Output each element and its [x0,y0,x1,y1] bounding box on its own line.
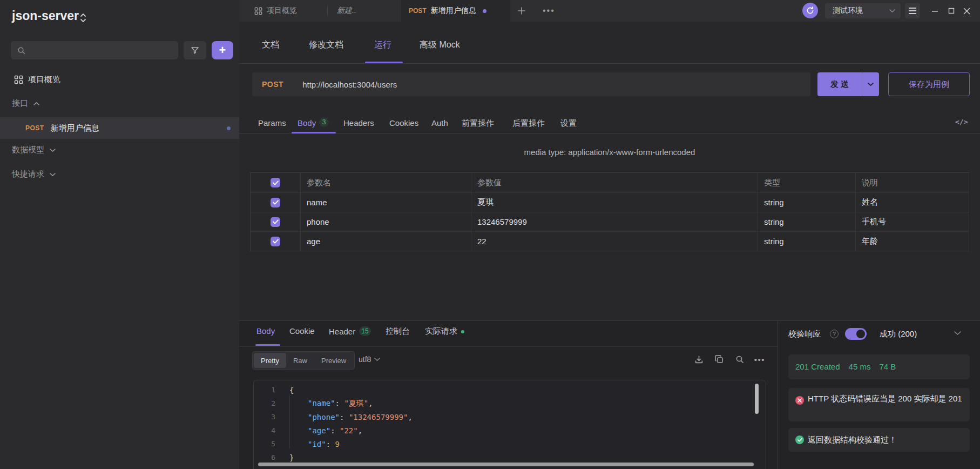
send-options-button[interactable] [862,72,879,96]
validation-toggle[interactable] [845,328,867,340]
chevron-down-icon[interactable] [954,331,961,336]
tab-response-body[interactable]: Body [256,326,275,336]
divider [239,63,980,64]
sidebar-item-overview[interactable]: 项目概览 [14,75,60,85]
project-title[interactable]: json-server [12,9,79,23]
tab-project-overview[interactable]: 项目概览 [254,0,297,22]
tab-active-api[interactable]: POST 新增用户信息 [401,0,510,22]
param-type[interactable]: string [758,232,855,251]
success-message: 返回数据结构校验通过！ [808,433,897,446]
tab-headers[interactable]: Headers [343,118,374,128]
param-desc[interactable]: 年龄 [855,232,970,251]
tab-run[interactable]: 运行 [374,39,391,51]
divider [239,133,980,134]
mode-preview[interactable]: Preview [314,353,353,368]
line-number: 4 [254,426,275,434]
param-value[interactable]: 13246579999 [471,212,758,231]
more-tabs-icon[interactable]: ••• [543,0,555,22]
tab-cookies[interactable]: Cookies [389,118,418,128]
param-type[interactable]: string [758,193,855,212]
response-body-viewer[interactable]: 1 { 2 "name": "夏琪", 3 "phone": "13246579… [253,380,766,469]
col-header-type: 类型 [758,173,855,192]
project-switcher-icon[interactable] [79,13,87,23]
tab-settings[interactable]: 设置 [560,118,577,129]
more-actions-icon[interactable]: ••• [754,353,766,365]
validation-title: 校验响应 [788,329,821,339]
method-badge: POST [25,124,44,132]
body-count-badge: 3 [319,117,329,127]
menu-button[interactable] [905,3,920,18]
add-button[interactable]: + [212,41,233,59]
request-url-bar[interactable]: POST http://localhost:3004/users [252,72,810,96]
sidebar-section-api[interactable]: 接口 [12,98,39,109]
copy-icon [715,355,724,364]
sync-button[interactable] [802,3,818,18]
tab-params[interactable]: Params [258,118,286,128]
request-url[interactable]: http://localhost:3004/users [302,80,397,89]
tab-docs[interactable]: 文档 [262,39,279,51]
tab-advanced-mock[interactable]: 高级 Mock [420,39,460,51]
search-box [11,41,178,59]
param-value[interactable]: 夏琪 [471,193,758,212]
copy-response-button[interactable] [713,353,725,365]
col-header-value: 参数值 [471,173,758,192]
filter-button[interactable] [184,41,206,59]
param-value[interactable]: 22 [471,232,758,251]
search-input[interactable] [30,46,171,55]
tab-console[interactable]: 控制台 [386,326,410,337]
app-window: { "sidebar": { "project_name": "json-ser… [0,0,980,469]
param-name[interactable]: name [300,193,471,212]
row-checkbox[interactable] [271,217,280,227]
code-line: 1 { [254,383,766,397]
environment-selector[interactable]: 测试环境 [825,3,901,18]
param-name[interactable]: age [300,232,471,251]
code-line: 2 "name": "夏琪", [254,397,766,410]
method-badge: POST [409,7,427,15]
save-as-case-button[interactable]: 保存为用例 [888,72,970,96]
sidebar-item-api-selected[interactable]: POST 新增用户信息 [0,117,239,139]
tab-response-header[interactable]: Header 15 [329,326,371,336]
tab-edit-docs[interactable]: 修改文档 [309,39,343,51]
chevron-down-icon [50,148,56,152]
mode-raw[interactable]: Raw [286,353,314,368]
param-desc[interactable]: 手机号 [855,212,970,231]
encoding-selector[interactable]: utf8 [359,355,380,364]
param-name[interactable]: phone [300,212,471,231]
table-row: phone 13246579999 string 手机号 [251,212,969,231]
vertical-scrollbar[interactable] [755,384,759,414]
search-icon [17,46,25,55]
select-all-checkbox[interactable] [271,178,280,187]
tab-label: 项目概览 [267,6,297,16]
modified-dot [227,126,231,130]
api-name: 新增用户信息 [51,123,99,133]
search-response-button[interactable] [734,353,746,365]
param-type[interactable]: string [758,212,855,231]
send-button[interactable]: 发 送 [817,72,879,96]
param-desc[interactable]: 姓名 [855,193,970,212]
row-checkbox[interactable] [271,237,280,246]
tab-response-cookie[interactable]: Cookie [289,326,315,336]
download-response-button[interactable] [693,353,705,365]
tab-auth[interactable]: Auth [431,118,448,128]
row-checkbox[interactable] [271,198,280,207]
media-type-label: media type: application/x-www-form-urlen… [250,148,969,157]
tab-draft[interactable]: 新建.. [337,0,356,22]
line-number: 6 [254,453,275,461]
help-icon[interactable]: ? [830,330,839,338]
mode-pretty[interactable]: Pretty [254,353,286,368]
status-dot [461,330,464,333]
tab-actual-request[interactable]: 实际请求 [425,326,464,337]
tab-body[interactable]: Body [298,118,316,128]
status-code: 201 Created [795,362,840,371]
new-tab-button[interactable] [517,0,526,22]
tab-post-processors[interactable]: 后置操作 [512,118,545,129]
sidebar-section-quick-requests[interactable]: 快捷请求 [12,169,56,179]
col-header-name: 参数名 [300,173,471,192]
window-minimize-button[interactable] [928,4,941,17]
window-close-button[interactable] [960,4,973,17]
view-code-icon[interactable]: </> [955,118,968,126]
tab-pre-processors[interactable]: 前置操作 [462,118,494,129]
window-maximize-button[interactable] [945,4,958,17]
horizontal-scrollbar[interactable] [258,463,754,466]
sidebar-section-models[interactable]: 数据模型 [12,145,56,155]
